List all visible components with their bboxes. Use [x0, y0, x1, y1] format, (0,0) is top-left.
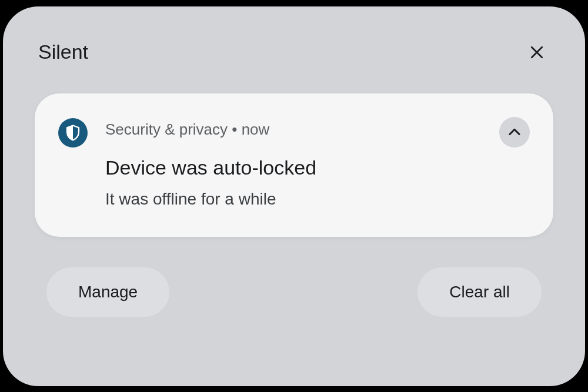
app-name: Security & privacy: [105, 120, 228, 138]
shield-icon: [64, 124, 82, 142]
section-header: Silent: [35, 39, 553, 65]
manage-button[interactable]: Manage: [46, 267, 169, 317]
notification-card[interactable]: Security & privacy • now Device was auto…: [35, 93, 553, 237]
notification-time: now: [242, 120, 270, 138]
close-icon: [528, 43, 546, 61]
collapse-button[interactable]: [499, 117, 530, 148]
close-section-button[interactable]: [524, 39, 550, 65]
notification-content: Security & privacy • now Device was auto…: [105, 117, 482, 209]
notification-body: It was offline for a while: [105, 190, 482, 209]
notification-title: Device was auto-locked: [105, 156, 482, 179]
notification-shade: Silent Security & privacy • now Device w…: [3, 6, 585, 386]
chevron-up-icon: [506, 124, 523, 140]
clear-all-button[interactable]: Clear all: [417, 267, 542, 317]
app-icon-container: [58, 118, 88, 148]
notification-meta: Security & privacy • now: [105, 120, 482, 139]
section-title: Silent: [38, 41, 88, 63]
meta-separator: •: [228, 120, 242, 138]
actions-row: Manage Clear all: [35, 267, 553, 317]
